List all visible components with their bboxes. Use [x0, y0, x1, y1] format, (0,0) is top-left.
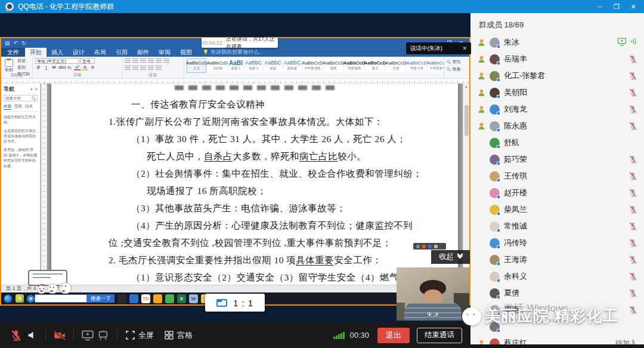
chevron-down-icon[interactable]: ▾ — [30, 87, 33, 92]
mic-muted-icon[interactable] — [629, 205, 637, 214]
ribbon-tab[interactable]: 布局 — [89, 48, 111, 57]
taskbar-icon[interactable]: X — [177, 294, 186, 303]
restore-button[interactable]: ❐ — [609, 3, 624, 11]
style-gallery-item[interactable]: AaBbCcD 不明显参考 — [428, 58, 444, 73]
mic-muted-icon[interactable] — [629, 306, 637, 314]
mic-muted-icon[interactable] — [629, 239, 637, 247]
mic-muted-icon[interactable] — [629, 122, 637, 130]
camera-off-icon[interactable] — [52, 328, 67, 343]
style-gallery-item[interactable]: AaBbC 标题 2 — [244, 58, 263, 73]
undo-icon[interactable]: ↶ — [14, 40, 18, 46]
whiteboard-icon[interactable] — [95, 328, 111, 343]
toast-close-icon[interactable]: ✕ — [462, 45, 467, 51]
ribbon-tab[interactable]: 开始 — [25, 48, 47, 57]
taskbar-icon[interactable] — [117, 294, 126, 303]
font-name-select[interactable]: 等线 (中文正文) — [35, 58, 79, 64]
redo-icon[interactable]: ↻ — [21, 40, 26, 46]
mic-muted-icon[interactable] — [629, 255, 637, 264]
mic-muted-icon[interactable] — [629, 155, 637, 164]
nav-tab[interactable]: 页面 — [14, 104, 22, 110]
scrollbar-thumb[interactable] — [465, 105, 469, 136]
member-row[interactable]: 常惟诚 — [470, 218, 644, 235]
style-gallery-item[interactable]: AaBI 标题 1 — [228, 58, 243, 73]
nav-tab[interactable]: 标题 — [4, 104, 11, 110]
style-gallery-item[interactable]: AaBbC 副标题 — [283, 58, 302, 73]
start-button[interactable] — [4, 294, 13, 303]
style-gallery-item[interactable]: AaBbCcD 不明显强调 — [302, 58, 322, 73]
style-gallery-item[interactable]: AaBbCcD 要点 — [365, 58, 385, 73]
clipboard-action[interactable]: 复制 — [17, 64, 30, 70]
ribbon-tab[interactable]: 邮件 — [132, 48, 154, 57]
edit-action[interactable]: 查找 — [447, 59, 466, 65]
ribbon-tab[interactable]: 插入 — [47, 48, 68, 57]
member-row[interactable]: 冯传玲 — [470, 235, 644, 251]
member-row[interactable]: 余科义 — [470, 268, 644, 285]
member-row[interactable]: 吴朝阳 — [470, 84, 644, 101]
style-gallery-item[interactable]: AaBbCcD 明显强调 — [344, 58, 364, 73]
mic-muted-icon[interactable] — [629, 55, 637, 63]
member-row[interactable]: 舒航 — [470, 134, 644, 151]
member-row[interactable]: 陈永惠 — [470, 118, 644, 134]
font-button[interactable]: A — [89, 64, 96, 70]
member-row[interactable]: 柴凤兰 — [470, 201, 644, 218]
member-row[interactable]: 夏倩 — [470, 285, 644, 301]
font-button[interactable]: abc — [58, 64, 65, 70]
save-icon[interactable]: ▤ — [5, 40, 10, 46]
nav-search-input[interactable] — [4, 96, 30, 100]
member-row[interactable]: 朱冰 — [470, 34, 644, 51]
mic-muted-icon[interactable] — [629, 189, 637, 197]
mini-toolbar[interactable] — [413, 243, 446, 250]
screen-share-icon[interactable] — [80, 328, 95, 343]
ribbon-tab[interactable]: 视图 — [175, 48, 197, 57]
ribbon-tab[interactable]: 设计 — [68, 48, 89, 57]
mic-muted-icon[interactable] — [629, 172, 637, 180]
mic-muted-icon[interactable] — [629, 88, 637, 97]
end-call-button[interactable]: 结束通话 — [417, 328, 462, 343]
mic-muted-icon[interactable] — [629, 72, 637, 80]
member-row[interactable]: 化工-张黎君 — [470, 67, 644, 84]
font-button[interactable]: B — [35, 64, 42, 70]
ie-icon[interactable]: e — [27, 295, 35, 303]
paste-icon[interactable] — [5, 59, 13, 67]
app-s-icon[interactable]: S — [16, 294, 24, 303]
ie-search-input[interactable] — [35, 294, 87, 303]
member-row[interactable]: 岳瑞丰 — [470, 51, 644, 67]
font-button[interactable]: x² — [74, 64, 80, 70]
font-button[interactable]: I — [43, 64, 49, 70]
edit-action[interactable]: 替换 — [447, 66, 466, 72]
member-row[interactable]: 刘海龙 — [470, 101, 644, 118]
font-button[interactable]: A — [82, 64, 88, 70]
document-page[interactable]: 一、传达省教育厅安全会议精神1.张传广副厅长公布了近期河南省安全事故具体情况。大… — [51, 84, 458, 285]
taskbar-icon[interactable] — [165, 294, 174, 303]
style-gallery-item[interactable]: AaBbCcD 引用 — [386, 58, 405, 73]
mic-muted-icon[interactable] — [629, 222, 637, 230]
ie-search-button[interactable]: 搜索一下 — [87, 294, 114, 303]
grid-view-button[interactable]: 宫格 — [165, 330, 193, 341]
style-gallery-item[interactable]: AaBbC 标题 — [264, 58, 282, 73]
member-row[interactable]: 茹巧荣 — [470, 151, 644, 168]
member-row[interactable]: 王传琪 — [470, 168, 644, 184]
font-button[interactable]: U — [51, 64, 57, 70]
mic-muted-icon[interactable] — [8, 328, 24, 343]
member-row[interactable]: 王海涛 — [470, 251, 644, 268]
taskbar-icon[interactable]: TD — [141, 294, 150, 303]
mic-muted-icon[interactable] — [629, 105, 637, 113]
clipboard-action[interactable]: 剪切 — [17, 58, 30, 64]
nav-tab[interactable]: 结果 — [25, 104, 33, 110]
exit-button[interactable]: 退出 — [377, 328, 410, 343]
font-size-select[interactable]: 五号 — [80, 58, 95, 64]
taskbar-icon[interactable] — [153, 294, 162, 303]
font-button[interactable]: x₂ — [66, 64, 73, 70]
style-gallery-item[interactable]: AaBbCcD 无间隔 — [208, 58, 227, 73]
ribbon-tab[interactable]: 审阅 — [154, 48, 175, 57]
minimize-button[interactable]: ─ — [593, 3, 607, 11]
mic-muted-icon[interactable] — [629, 272, 637, 281]
style-gallery-item[interactable]: AaBbCcD 正文 — [187, 58, 206, 73]
style-gallery-item[interactable]: AaBbCcD 明显引用 — [407, 58, 426, 73]
scale-1-1-button[interactable]: 1 : 1 — [205, 294, 265, 312]
fullscreen-button[interactable]: 全屏 — [126, 330, 154, 341]
mic-muted-icon[interactable] — [629, 289, 637, 297]
style-gallery-item[interactable]: AaBbCcD 强调 — [323, 58, 343, 73]
collapse-video-button[interactable]: 收起 — [431, 250, 470, 264]
close-icon[interactable]: ✕ — [34, 87, 38, 92]
